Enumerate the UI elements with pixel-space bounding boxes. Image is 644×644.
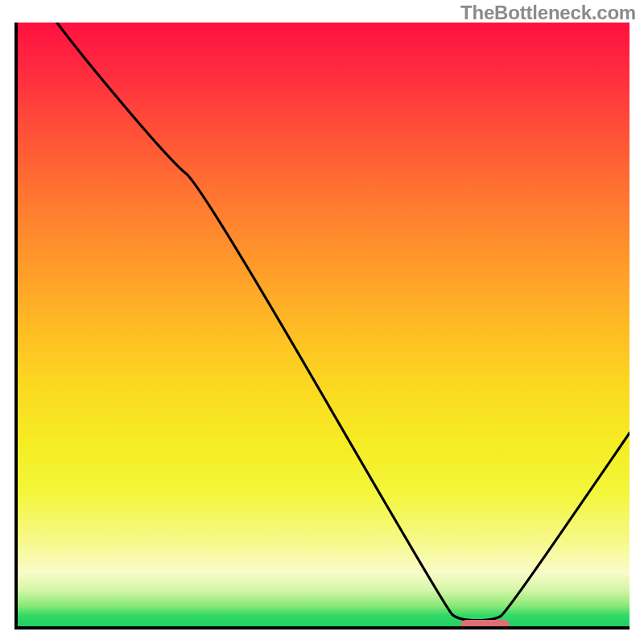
plot-area [14, 23, 630, 630]
chart-curve [18, 23, 630, 626]
optimum-marker [460, 620, 510, 630]
watermark-label: TheBottleneck.com [460, 2, 636, 24]
